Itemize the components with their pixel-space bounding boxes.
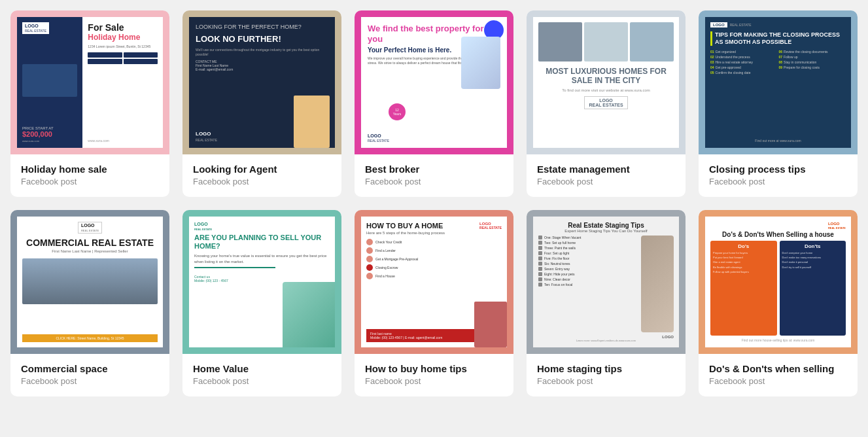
dos-item: Follow up with potential buyers: [713, 270, 774, 273]
card-info: Holiday home sale Facebook post: [10, 154, 169, 197]
card-info: Home Value Facebook post: [182, 354, 341, 396]
website-text: Find out more at www.xura.com: [710, 139, 846, 143]
card-info: Home staging tips Facebook post: [527, 354, 686, 396]
card-subtitle: Facebook post: [709, 376, 847, 386]
logo-text: LOGOREAL ESTATE: [828, 222, 846, 230]
tip-row: Five: Fix the floor: [538, 256, 637, 260]
house-image: [283, 282, 335, 347]
logo-text: LOGO: [710, 22, 727, 27]
card-closing-process-tips[interactable]: LOGO REAL ESTATE TIPS FOR MAKING THE CLO…: [699, 10, 858, 197]
card-info: Closing process tips Facebook post: [699, 154, 858, 197]
card-subtitle: Facebook post: [537, 376, 675, 386]
card-thumbnail: HOW TO BUY A HOME Here are 5 steps of th…: [355, 210, 513, 354]
card-thumbnail: We find the best property for you Your P…: [355, 10, 513, 154]
for-sale-text: For Sale: [88, 22, 158, 33]
main-text: LOOK NO FURTHER!: [196, 34, 328, 44]
card-looking-for-agent[interactable]: LOOKING FOR THE PERFECT HOME? LOOK NO FU…: [182, 10, 341, 197]
step-item: Find a House: [366, 273, 502, 279]
step-item: Get a Mortgage Pre-Approval: [366, 256, 502, 262]
tip-row: Four: Set up light: [538, 251, 637, 255]
house-image: [22, 64, 77, 97]
card-subtitle: Facebook post: [21, 177, 159, 186]
tip-row: Three: Paint the walls: [538, 246, 637, 250]
sub-text: To find out more visit our website at ww…: [538, 88, 674, 92]
dos-item: Put your best foot forward: [713, 256, 774, 259]
logo-row: LOGOREAL ESTATE: [710, 222, 846, 230]
card-best-broker[interactable]: We find the best property for you Your P…: [355, 10, 513, 197]
price-value: $200,000: [22, 130, 77, 138]
card-title: Estate management: [537, 164, 675, 175]
headline-text: COMMERCIAL REAL ESTATE: [22, 237, 158, 248]
website-text: www.xura.com: [22, 139, 77, 143]
tip-item: 02 Understand the process: [710, 55, 778, 59]
card-dos-donts-when-selling[interactable]: LOGOREAL ESTATE Do's & Don'ts When Selli…: [699, 210, 858, 396]
card-title: Commercial space: [21, 363, 159, 374]
step-item: Find a Lender: [366, 247, 502, 254]
steps-list: Check Your Credit Find a Lender Get a Mo…: [366, 239, 502, 279]
card-subtitle: Facebook post: [537, 177, 675, 186]
agent-image: [474, 302, 507, 347]
dos-item: Prepare your home for buyers: [713, 251, 774, 254]
card-info: Estate management Facebook post: [527, 154, 686, 197]
address-text: 1234 Lorem ipsum Street, Buntin, St 1234…: [88, 44, 158, 48]
tip-row: Seven: Entry way: [538, 267, 637, 271]
logo-text: LOGOREAL ESTATE: [479, 222, 502, 230]
agent-image: [461, 37, 500, 89]
logo-text: LOGOREAL ESTATES: [584, 96, 627, 109]
donts-column: Don'ts Don't overprice your home Don't m…: [780, 241, 846, 336]
card-subtitle: Facebook post: [709, 177, 847, 186]
card-info: Best broker Facebook post: [355, 154, 513, 197]
card-title: Home Value: [193, 363, 331, 374]
logo-text: LOGOREAL ESTATE: [22, 22, 49, 34]
card-thumbnail: LOGOREAL ESTATE Do's & Don'ts When Selli…: [699, 210, 858, 354]
logo-top: LOGO REAL ESTATE: [710, 22, 846, 27]
headline-text: Do's & Don'ts When Selling a house: [710, 231, 846, 238]
card-title: How to buy home tips: [365, 363, 503, 374]
tip-item: 08 Stay in communication: [779, 60, 846, 64]
holiday-text: Holiday Home: [88, 33, 158, 42]
cta-bar: CLICK HERE: Street Name, Building, St 12…: [22, 334, 158, 342]
card-subtitle: Facebook post: [21, 376, 159, 386]
logo-text: LOGOREAL ESTATE: [368, 133, 389, 143]
photo-2: [584, 22, 628, 61]
badge: 12Years: [387, 102, 407, 122]
donts-item: Don't make it personal: [782, 260, 844, 264]
card-home-value[interactable]: LOGOREAL ESTATE ARE YOU PLANNING TO SELL…: [182, 210, 341, 396]
card-title: Closing process tips: [709, 164, 847, 175]
detail-item: [88, 52, 122, 58]
tip-item: 04 Get pre-approved: [710, 65, 778, 69]
card-info: Looking for Agent Facebook post: [182, 154, 341, 197]
photo-3: [630, 22, 674, 61]
card-thumbnail: LOGOREAL ESTATE ARE YOU PLANNING TO SELL…: [182, 210, 341, 354]
card-thumbnail: Real Estate Staging Tips Expert Home Sta…: [527, 210, 686, 354]
card-info: Commercial space Facebook post: [10, 354, 169, 396]
card-home-staging-tips[interactable]: Real Estate Staging Tips Expert Home Sta…: [527, 210, 686, 396]
tip-row: One: Stage When Vacant: [538, 236, 637, 239]
card-title: Best broker: [365, 164, 503, 175]
headline-text: HOW TO BUY A HOME: [366, 222, 445, 230]
tip-item: 03 Hire a real estate attorney: [710, 60, 778, 64]
card-estate-management[interactable]: MOST LUXURIOUS HOMES FOR SALE IN THE CIT…: [527, 10, 686, 197]
dos-item: Hire a real estate agent: [713, 260, 774, 264]
logo-text: LOGOREAL ESTATE: [194, 222, 330, 231]
sub-text: Expert Home Staging Tips You Can Do Your…: [538, 229, 674, 233]
photos-grid: [538, 22, 674, 61]
tip-item: 07 Follow up: [779, 55, 846, 59]
tips-list: 01 Get organized 06 Review the closing d…: [710, 50, 846, 75]
card-commercial-space[interactable]: LOGOREAL ESTATE COMMERCIAL REAL ESTATE F…: [10, 210, 169, 396]
headline-text: ARE YOU PLANNING TO SELL YOUR HOME?: [194, 234, 330, 251]
logo-text: LOGOREAL ESTATE: [78, 222, 102, 234]
columns: Do's Prepare your home for buyers Put yo…: [710, 241, 846, 336]
card-thumbnail: LOGOREAL ESTATE COMMERCIAL REAL ESTATE F…: [10, 210, 169, 354]
card-title: Home staging tips: [537, 363, 675, 374]
dos-title: Do's: [713, 243, 774, 249]
tip-row: Ten: Focus on focal: [538, 283, 637, 287]
card-thumbnail: LOOKING FOR THE PERFECT HOME? LOOK NO FU…: [182, 10, 341, 154]
tip-row: Nine: Clean decor: [538, 277, 637, 281]
card-subtitle: Facebook post: [193, 177, 331, 186]
content-row: One: Stage When Vacant Two: Set up full …: [538, 236, 674, 332]
photo-1: [538, 22, 582, 61]
card-holiday-home-sale[interactable]: LOGOREAL ESTATE PRICE START AT $200,000 …: [10, 10, 169, 197]
card-how-to-buy-home-tips[interactable]: HOW TO BUY A HOME Here are 5 steps of th…: [355, 210, 513, 396]
tip-item: 09 Prepare for closing costs: [779, 65, 846, 69]
